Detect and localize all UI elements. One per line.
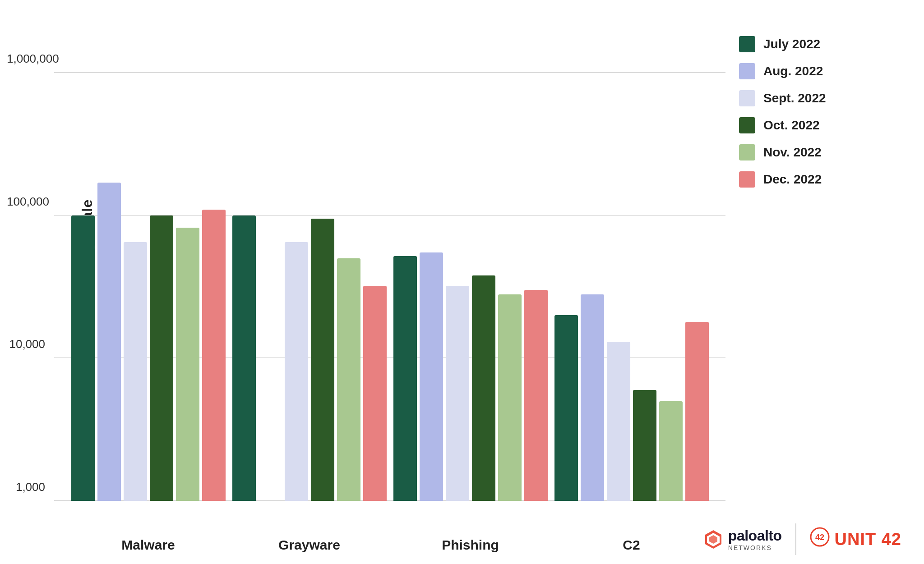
logos: paloalto NETWORKS 42 UNIT 42	[703, 523, 901, 555]
paloalto-sub: NETWORKS	[728, 544, 782, 551]
bar	[581, 294, 604, 501]
paloalto-wordmark: paloalto	[728, 527, 782, 544]
paloalto-icon	[703, 529, 724, 550]
legend-swatch	[739, 36, 755, 52]
x-label: C2	[551, 537, 712, 553]
legend-swatch	[739, 171, 755, 188]
grid-label: 1,000	[7, 480, 45, 494]
legend-swatch	[739, 144, 755, 160]
chart-container: Number in Log Scale 1,00010,000100,0001,…	[0, 0, 924, 564]
bar-group	[232, 216, 387, 501]
bar	[150, 216, 173, 501]
x-label: Malware	[68, 537, 229, 553]
legend-item: Dec. 2022	[739, 171, 883, 188]
bar	[607, 342, 630, 501]
bar	[685, 322, 709, 501]
legend-item: Oct. 2022	[739, 117, 883, 133]
legend-swatch	[739, 63, 755, 79]
bar	[176, 228, 199, 501]
bar	[446, 286, 469, 501]
bar	[633, 390, 656, 501]
bar	[285, 242, 308, 501]
legend-item: July 2022	[739, 36, 883, 52]
grid-label: 100,000	[7, 194, 45, 208]
legend-swatch	[739, 117, 755, 133]
bar	[554, 315, 578, 501]
bar	[472, 275, 495, 501]
legend-label: Nov. 2022	[763, 145, 822, 160]
bar-group	[71, 183, 226, 501]
bar	[232, 216, 256, 501]
legend-item: Nov. 2022	[739, 144, 883, 160]
legend-label: Oct. 2022	[763, 118, 820, 133]
bar	[311, 219, 334, 501]
paloalto-logo: paloalto NETWORKS	[703, 527, 782, 551]
bar	[202, 210, 226, 501]
bar	[124, 242, 147, 501]
bar	[393, 256, 417, 501]
svg-text:42: 42	[815, 533, 824, 542]
bar-group	[554, 294, 709, 501]
legend-swatch	[739, 90, 755, 106]
legend-item: Aug. 2022	[739, 63, 883, 79]
chart-area: Number in Log Scale 1,00010,000100,0001,…	[54, 18, 725, 528]
bar	[524, 290, 548, 501]
unit42-logo: 42 UNIT 42	[810, 527, 901, 551]
logo-divider	[795, 523, 796, 555]
grid-label: 10,000	[7, 337, 45, 351]
unit42-svg-icon: 42	[810, 527, 830, 547]
unit42-text: UNIT 42	[835, 530, 901, 549]
x-labels: MalwareGraywarePhishingC2	[54, 537, 725, 553]
legend-label: Sept. 2022	[763, 91, 826, 105]
x-label: Phishing	[390, 537, 551, 553]
bar	[363, 286, 387, 501]
bar	[97, 183, 121, 501]
legend-label: Dec. 2022	[763, 172, 822, 187]
bar-group	[393, 252, 548, 501]
bar-groups	[54, 27, 725, 501]
bar	[71, 216, 95, 501]
bar	[498, 294, 522, 501]
legend-label: Aug. 2022	[763, 64, 823, 78]
unit42-icon: 42	[810, 527, 830, 551]
grid-label: 1,000,000	[7, 52, 45, 66]
bar	[420, 252, 443, 501]
legend-label: July 2022	[763, 37, 820, 51]
legend: July 2022Aug. 2022Sept. 2022Oct. 2022Nov…	[725, 27, 897, 528]
bar	[659, 401, 683, 501]
x-label: Grayware	[229, 537, 390, 553]
bar	[337, 258, 360, 501]
chart-plot: 1,00010,000100,0001,000,000	[54, 27, 725, 501]
legend-item: Sept. 2022	[739, 90, 883, 106]
